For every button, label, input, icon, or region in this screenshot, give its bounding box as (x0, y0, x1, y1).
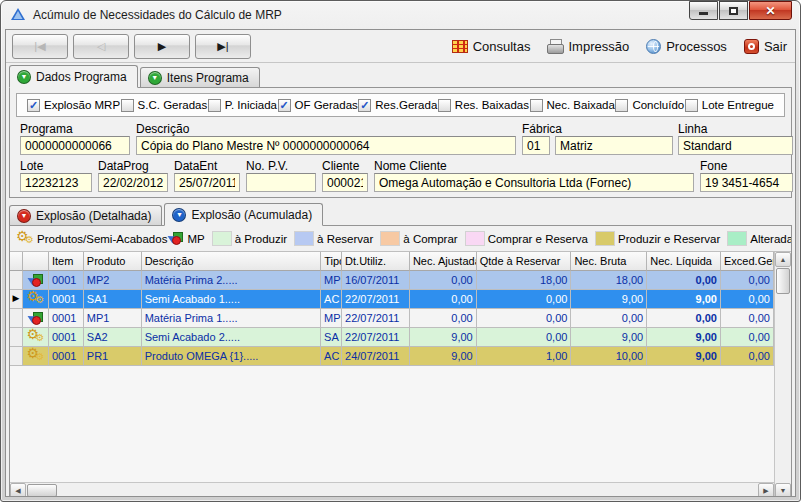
cell-produto: PR1 (84, 347, 142, 366)
row-selector (10, 309, 23, 328)
nav-last-button[interactable]: ▶| (195, 34, 251, 59)
row-icon-cell (23, 328, 49, 347)
dataent-field[interactable] (174, 173, 240, 192)
checkbox-p-iniciada[interactable]: P. Iniciada (208, 99, 277, 112)
checkbox-res-baixadas[interactable]: Res. Baixadas (438, 99, 529, 112)
cell-nec-ajustada: 9,00 (410, 347, 477, 366)
scroll-left-arrow[interactable] (10, 483, 26, 497)
tab-itens-programa[interactable]: Itens Programa (140, 67, 260, 87)
column-header-produto[interactable]: Produto (84, 252, 142, 271)
checkbox-res-gerada[interactable]: Res.Gerada (358, 99, 437, 112)
cell-nec-liquida: 0,00 (647, 271, 721, 290)
column-header-nec-l-quida[interactable]: Nec. Líquida (647, 252, 721, 271)
tab-explos-o-acumulada[interactable]: Explosão (Acumulada) (164, 203, 323, 226)
cell-nec-ajustada: 9,00 (410, 328, 477, 347)
minimize-button[interactable] (689, 1, 718, 20)
header-selector-spacer (10, 252, 23, 271)
app-window: Acúmulo de Necessidades do Cálculo de MR… (0, 0, 801, 502)
toolbar-impressao-button[interactable]: Impressão (547, 39, 629, 54)
cell-qtde-a-reservar: 1,00 (477, 347, 572, 366)
cell-nec-ajustada: 0,00 (410, 309, 477, 328)
table-row[interactable]: 0001PR1Produto OMEGA {1}.....AC24/07/201… (10, 347, 774, 366)
tab-dados-programa[interactable]: Dados Programa (9, 65, 138, 88)
maximize-button[interactable] (719, 1, 748, 20)
column-header-nec-ajustada[interactable]: Nec. Ajustada (410, 252, 477, 271)
explosion-tabstrip: Explosão (Detalhada)Explosão (Acumulada) (6, 202, 795, 225)
row-selector (10, 271, 23, 290)
fone-field[interactable] (700, 173, 793, 192)
horizontal-scroll-thumb[interactable] (27, 484, 57, 497)
column-header-item[interactable]: Item (49, 252, 84, 271)
cell-exced-gerad: 0,00 (721, 347, 774, 366)
table-row[interactable]: 0001MP2Matéria Prima 2.....MP16/07/20110… (10, 271, 774, 290)
no-pv-field[interactable] (246, 173, 316, 192)
cell-exced-gerad: 0,00 (721, 290, 774, 309)
scroll-right-arrow[interactable] (758, 483, 774, 497)
lote-label: Lote (20, 159, 43, 173)
checkbox-label: Explosão MRP (44, 99, 120, 111)
dataprog-field[interactable] (98, 173, 168, 192)
column-header-qtde-reservar[interactable]: Qtde à Reservar (477, 252, 572, 271)
cell-tipo: MP (321, 309, 342, 328)
cell-item: 0001 (49, 328, 84, 347)
legend-comprar-e-reserva: Comprar e Reserva (458, 231, 588, 246)
checkbox-conclu-do[interactable]: Concluído (615, 99, 684, 112)
table-row[interactable]: 0001SA2Semi Acabado 2.....SA22/07/20119,… (10, 328, 774, 347)
title-bar[interactable]: Acúmulo de Necessidades do Cálculo de MR… (1, 1, 800, 29)
fabrica-code-field[interactable] (522, 136, 550, 155)
circle-down-arrow-icon (17, 70, 31, 84)
scroll-down-arrow[interactable] (775, 483, 791, 497)
fabrica-name-field[interactable] (555, 136, 673, 155)
cell-tipo: AC (321, 290, 342, 309)
cell-nec-ajustada: 0,00 (410, 290, 477, 309)
vertical-scrollbar[interactable] (774, 252, 791, 497)
column-header-descri-o[interactable]: Descrição (142, 252, 321, 271)
checkbox-of-geradas[interactable]: OF Geradas (278, 99, 358, 112)
checkbox-box (685, 99, 698, 112)
checkbox-label: P. Iniciada (225, 99, 277, 111)
cell-nec-liquida: 9,00 (647, 328, 721, 347)
cell-nec-liquida: 9,00 (647, 347, 721, 366)
toolbar-consultas-button[interactable]: Consultas (452, 39, 531, 54)
table-row[interactable]: 0001MP1Matéria Prima 1.....MP22/07/20110… (10, 309, 774, 328)
gears-icon (26, 349, 44, 363)
nav-next-button[interactable]: ▶ (134, 34, 190, 59)
table-row[interactable]: ▶0001SA1Semi Acabado 1.....AC22/07/20110… (10, 290, 774, 309)
row-icon-cell (23, 347, 49, 366)
checkbox-nec-baixada[interactable]: Nec. Baixada (530, 99, 615, 112)
legend-reservar: à Reservar (287, 231, 373, 246)
lote-field[interactable] (20, 173, 92, 192)
programa-field[interactable] (20, 136, 130, 155)
linha-field[interactable] (678, 136, 793, 155)
close-button[interactable] (749, 1, 792, 20)
scroll-up-arrow[interactable] (775, 252, 791, 267)
cell-produto: SA1 (84, 290, 142, 309)
nav-prev-button[interactable]: ◁ (73, 34, 129, 59)
horizontal-scroll-track[interactable] (58, 483, 758, 497)
legend-label: Alterada nec. acum (750, 233, 792, 245)
toolbar-sair-button[interactable]: Sair (744, 39, 787, 54)
column-header-nec-bruta[interactable]: Nec. Bruta (571, 252, 647, 271)
checkbox-explos-o-mrp[interactable]: Explosão MRP (27, 99, 120, 112)
vertical-scroll-thumb[interactable] (776, 268, 790, 294)
nome-cliente-field[interactable] (374, 173, 694, 192)
descricao-field[interactable] (136, 136, 516, 155)
checkbox-lote-entregue[interactable]: Lote Entregue (685, 99, 774, 112)
grid-rows: 0001MP2Matéria Prima 2.....MP16/07/20110… (10, 271, 774, 366)
circle-down-arrow-icon (148, 71, 162, 85)
row-icon-cell (23, 271, 49, 290)
nav-first-button[interactable]: |◀ (12, 34, 68, 59)
checkbox-label: S.C. Geradas (138, 99, 208, 111)
cliente-field[interactable] (322, 173, 368, 192)
window-title: Acúmulo de Necessidades do Cálculo de MR… (33, 8, 689, 22)
horizontal-scrollbar[interactable] (10, 482, 774, 497)
tab-explos-o-detalhada[interactable]: Explosão (Detalhada) (9, 205, 162, 225)
cliente-label: Cliente (322, 159, 359, 173)
vertical-scroll-track[interactable] (775, 295, 791, 483)
column-header-exced-gerad[interactable]: Exced.Gerad. (721, 252, 774, 271)
checkbox-s-c-geradas[interactable]: S.C. Geradas (121, 99, 208, 112)
toolbar-processos-button[interactable]: Processos (646, 39, 727, 54)
checkbox-box (208, 99, 221, 112)
column-header-tipo[interactable]: Tipo (321, 252, 342, 271)
column-header-dt-utiliz[interactable]: Dt.Utiliz. (342, 252, 410, 271)
